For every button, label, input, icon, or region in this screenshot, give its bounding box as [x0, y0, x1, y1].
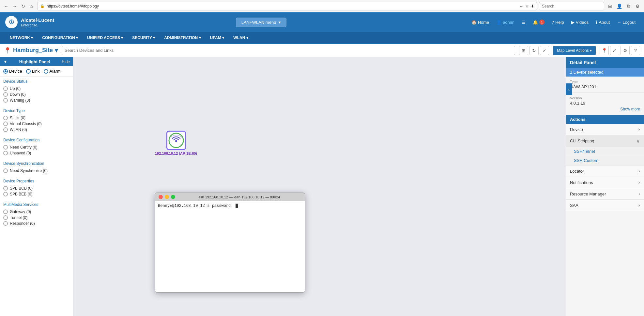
filter-tunnel[interactable]: Tunnel (0): [3, 215, 70, 221]
refresh-button[interactable]: ↻: [20, 3, 27, 10]
filter-virtual-chassis[interactable]: Virtual Chassis (0): [3, 121, 70, 127]
map-help-button[interactable]: ?: [631, 46, 640, 55]
filter-up[interactable]: Up (0): [3, 86, 70, 92]
filter-need-sync[interactable]: Need Synchronize (0): [3, 168, 70, 174]
nav-home[interactable]: 🏠 Home: [468, 19, 493, 26]
action-locator[interactable]: Locator ›: [566, 165, 644, 177]
filter-tab-alarm[interactable]: Alarm: [44, 69, 61, 74]
check-button[interactable]: ✓: [540, 46, 549, 55]
map-expand-button[interactable]: ⤢: [610, 46, 619, 55]
filter-tab-link[interactable]: Link: [26, 69, 40, 74]
filter-responder[interactable]: Responder (0): [3, 221, 70, 226]
action-resource-manager-chevron-icon: ›: [638, 191, 640, 197]
nav-network[interactable]: NETWORK ▾: [5, 32, 38, 44]
terminal-minimize-button[interactable]: [165, 195, 169, 199]
terminal-maximize-button[interactable]: [171, 195, 175, 199]
site-search-input[interactable]: [62, 46, 515, 55]
map-location-button[interactable]: 📍: [600, 46, 609, 55]
filter-wlan[interactable]: WLAN (0): [3, 127, 70, 133]
map-level-actions-button[interactable]: Map Level Actions ▾: [553, 46, 596, 55]
filter-tab-device[interactable]: Device: [3, 69, 22, 74]
action-cli-scripting[interactable]: CLI Scripting ∨: [566, 135, 644, 147]
filter-unsaved[interactable]: Unsaved (0): [3, 150, 70, 156]
nav-videos[interactable]: ▶ Videos: [568, 19, 592, 26]
company-name: Alcatel·Lucent: [21, 17, 54, 23]
filter-need-certify[interactable]: Need Certify (0): [3, 144, 70, 150]
detail-panel-toggle-button[interactable]: ‹: [566, 83, 572, 95]
browser-nav-buttons: ← → ↻ ⌂: [3, 3, 35, 10]
site-chevron-icon: ▾: [55, 47, 58, 54]
action-cli-label: CLI Scripting: [570, 138, 594, 143]
logout-label: Logout: [622, 20, 636, 25]
device-selected-label: 1 Device selected: [570, 70, 604, 75]
nav-unified-access[interactable]: UNIFIED ACCESS ▾: [83, 32, 128, 44]
action-device[interactable]: Device ›: [566, 124, 644, 135]
nav-menu[interactable]: ☰: [518, 19, 529, 26]
device-radio[interactable]: [3, 69, 8, 74]
show-more-link[interactable]: Show more: [620, 107, 640, 111]
nav-logout[interactable]: → Logout: [614, 19, 639, 26]
alarm-tab-label: Alarm: [50, 69, 61, 74]
header-center: LAN+WLAN menu ▾: [54, 18, 468, 27]
action-notifications[interactable]: Notifications ›: [566, 177, 644, 188]
panel-toggle-area: ‹: [566, 83, 572, 95]
hide-button[interactable]: Hide: [62, 60, 70, 64]
site-name[interactable]: 📍 Hamburg_Site ▾: [4, 47, 58, 54]
terminal-close-button[interactable]: [159, 195, 163, 199]
device-version-detail: Version 4.0.1.19 Show more: [566, 93, 644, 115]
home-button[interactable]: ⌂: [28, 3, 35, 10]
split-view-button[interactable]: ⧉: [624, 2, 632, 10]
bookmark-icon: ☆: [525, 4, 529, 8]
action-resource-manager[interactable]: Resource Manager ›: [566, 188, 644, 200]
videos-label: Videos: [576, 20, 589, 25]
filter-spb-bcb[interactable]: SPB BCB (0): [3, 185, 70, 191]
nav-upam[interactable]: UPAM ▾: [206, 32, 229, 44]
browser-search-input[interactable]: [539, 2, 604, 10]
version-value: 4.0.1.19: [570, 101, 640, 106]
link-tab-label: Link: [32, 69, 40, 74]
user-icon: 👤: [496, 20, 501, 25]
filter-warning[interactable]: Warning (0): [3, 97, 70, 103]
nav-notifications[interactable]: 🔔 1: [529, 18, 548, 26]
map-area[interactable]: 192.168.10.12 (AP-1E:60) ssh 192.168.10.…: [73, 57, 566, 316]
nav-security[interactable]: SECURITY ▾: [128, 32, 160, 44]
nav-about[interactable]: ℹ About: [592, 19, 613, 26]
ssh-custom-link[interactable]: SSH Custom: [574, 158, 598, 163]
device-sync-title: Device Synchronization: [3, 161, 70, 166]
terminal-window[interactable]: ssh 192.168.10.12 — -ssh 192.168.10.12 —…: [155, 193, 305, 293]
alarm-radio[interactable]: [44, 69, 48, 74]
filter-down[interactable]: Down (0): [3, 92, 70, 97]
filter-stack[interactable]: Stack (0): [3, 115, 70, 121]
device-node[interactable]: 192.168.10.12 (AP-1E:60): [155, 131, 197, 155]
filter-spb-beb[interactable]: SPB BEB (0): [3, 191, 70, 197]
address-url: https://ovtest.home/#/topology: [47, 4, 518, 8]
device-tab-label: Device: [9, 69, 22, 74]
profile-button[interactable]: 👤: [615, 2, 623, 10]
nav-wlan[interactable]: WLAN ▾: [229, 32, 253, 44]
view-icons-button[interactable]: ⊞: [519, 46, 528, 55]
terminal-body[interactable]: BennyE@192.168.10.12's password:: [155, 201, 305, 292]
main-content: ▼ Highlight Panel Hide Device Link Alarm…: [0, 57, 644, 316]
device-icon[interactable]: [166, 131, 186, 150]
nav-admin[interactable]: 👤 admin: [493, 19, 517, 26]
back-button[interactable]: ←: [3, 3, 10, 10]
filter-gateway[interactable]: Gateway (0): [3, 209, 70, 215]
map-settings-button[interactable]: ⚙: [621, 46, 630, 55]
action-resource-manager-label: Resource Manager: [570, 192, 606, 196]
lan-menu-button[interactable]: LAN+WLAN menu ▾: [236, 18, 287, 27]
header-nav: 🏠 Home 👤 admin ☰ 🔔 1 ? Help ▶ Videos ℹ A…: [468, 18, 639, 26]
settings-button[interactable]: ⚙: [634, 2, 641, 10]
multimedia-services-section: MultiMedia Services Gateway (0) Tunnel (…: [0, 200, 73, 229]
nav-configuration[interactable]: CONFIGURATION ▾: [38, 32, 83, 44]
nav-help[interactable]: ? Help: [548, 19, 567, 26]
ssh-telnet-link[interactable]: SSH/Telnet: [574, 149, 595, 154]
refresh-map-button[interactable]: ↻: [529, 46, 539, 55]
forward-button[interactable]: →: [11, 3, 18, 10]
nav-administration[interactable]: ADMINISTRATION ▾: [160, 32, 205, 44]
multimedia-title: MultiMedia Services: [3, 202, 70, 207]
info-icon: ℹ: [596, 20, 597, 25]
lock-icon: 🔒: [40, 4, 45, 8]
extensions-button[interactable]: ⊞: [606, 2, 614, 10]
action-saa[interactable]: SAA ›: [566, 200, 644, 211]
link-radio[interactable]: [26, 69, 31, 74]
